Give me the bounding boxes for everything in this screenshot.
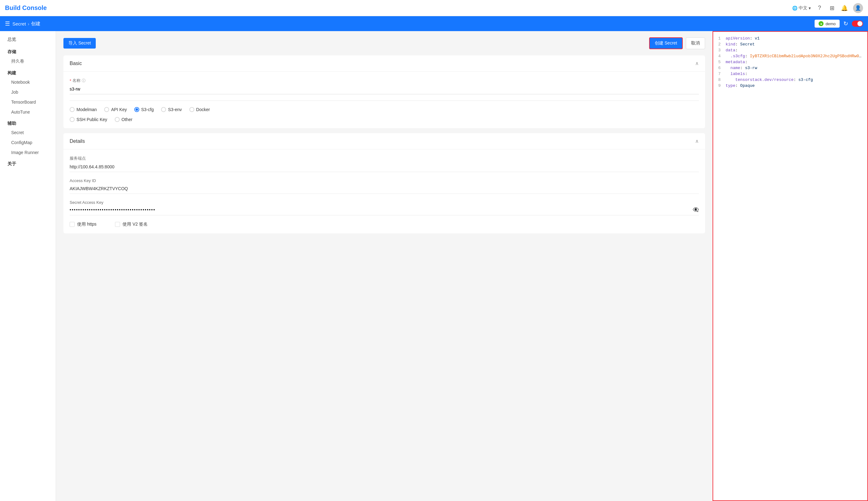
- toggle-visibility-icon[interactable]: 👁️‍🗨️: [693, 206, 699, 213]
- sidebar-group-auxiliary: 辅助: [0, 117, 56, 128]
- sidebar-item-pvc[interactable]: 持久卷: [0, 56, 56, 67]
- sidebar-item-autotune[interactable]: AutoTune: [0, 107, 56, 117]
- details-section-title: Details: [70, 138, 85, 144]
- radio-circle-ssh: [70, 117, 75, 122]
- name-input[interactable]: [70, 85, 699, 94]
- checkbox-v2[interactable]: 使用 V2 签名: [115, 222, 148, 227]
- radio-s3cfg[interactable]: S3-cfg: [134, 107, 154, 112]
- breadcrumb-create: 创建: [31, 21, 41, 27]
- demo-badge[interactable]: ● demo: [814, 20, 840, 28]
- status-toggle[interactable]: [852, 21, 863, 27]
- demo-status-dot: ●: [818, 21, 824, 26]
- details-section-card: Details ∧ 服务端点 http://100.64.4.85:8000 A…: [63, 133, 705, 233]
- secret-access-key-row: 👁️‍🗨️: [70, 206, 699, 215]
- radio-sshpublickey[interactable]: SSH Public Key: [70, 117, 107, 122]
- top-header: Build Console 🌐 中文 ▾ ? ⊞ 🔔 👤: [0, 0, 868, 16]
- button-group: 创建 Secret 取消: [649, 38, 705, 49]
- import-secret-button[interactable]: 导入 Secret: [63, 38, 96, 49]
- checkbox-https-label: 使用 https: [77, 222, 96, 227]
- help-icon[interactable]: ?: [816, 4, 823, 12]
- breadcrumb-secret[interactable]: Secret: [12, 21, 26, 26]
- create-secret-button[interactable]: 创建 Secret: [649, 38, 683, 49]
- checkbox-row: 使用 https 使用 V2 签名: [70, 222, 699, 227]
- basic-section-body: * 名称 ⓘ Modelman: [63, 72, 705, 128]
- radio-other[interactable]: Other: [115, 117, 132, 122]
- avatar[interactable]: 👤: [853, 3, 863, 13]
- radio-circle-s3env: [161, 107, 166, 112]
- info-icon[interactable]: ⓘ: [82, 78, 86, 83]
- checkbox-v2-box: [115, 222, 120, 227]
- checkbox-v2-label: 使用 V2 签名: [122, 222, 148, 227]
- sidebar-item-overview[interactable]: 总览: [0, 34, 56, 45]
- form-actions: 导入 Secret 创建 Secret 取消: [63, 38, 705, 49]
- code-line-3: 3 data:: [713, 47, 867, 53]
- code-line-4: 4 .s3cfg: IyBTZXR1cCBlbmRwb2ludApob3N0X2…: [713, 53, 867, 59]
- sidebar: 总览 存储 持久卷 构建 Notebook Job TensorBoard Au…: [0, 31, 56, 501]
- checkbox-https[interactable]: 使用 https: [70, 222, 96, 227]
- menu-icon[interactable]: ☰: [5, 20, 10, 27]
- basic-section-title: Basic: [70, 61, 82, 66]
- breadcrumb-sep: ›: [28, 21, 29, 26]
- sidebar-item-notebook[interactable]: Notebook: [0, 77, 56, 87]
- bell-icon[interactable]: 🔔: [840, 4, 848, 12]
- radio-s3env[interactable]: S3-env: [161, 107, 182, 112]
- code-line-5: 5 metadata:: [713, 59, 867, 65]
- radio-circle-other: [115, 117, 120, 122]
- lang-switcher[interactable]: 🌐 中文 ▾: [792, 5, 811, 11]
- lang-label: 中文: [799, 5, 807, 11]
- sidebar-item-tensorboard[interactable]: TensorBoard: [0, 97, 56, 107]
- nav-bar: ☰ Secret › 创建 ● demo ↻: [0, 16, 868, 31]
- secret-access-key-label: Secret Access Key: [70, 200, 699, 205]
- checkbox-https-box: [70, 222, 75, 227]
- details-section-body: 服务端点 http://100.64.4.85:8000 Access Key …: [63, 149, 705, 233]
- code-line-8: 8 tensorstack.dev/resource: s3-cfg: [713, 77, 867, 83]
- radio-circle-s3cfg: [134, 107, 139, 112]
- header-right: 🌐 中文 ▾ ? ⊞ 🔔 👤: [792, 3, 863, 13]
- details-section-header: Details ∧: [63, 133, 705, 149]
- lang-icon: 🌐: [792, 6, 798, 11]
- sidebar-item-secret[interactable]: Secret: [0, 128, 56, 138]
- code-line-9: 9 type: Opaque: [713, 83, 867, 89]
- radio-circle-apikey: [104, 107, 109, 112]
- demo-label: demo: [825, 21, 836, 26]
- radio-circle-modelman: [70, 107, 75, 112]
- divider: [70, 100, 699, 101]
- sidebar-group-about: 关于: [0, 158, 56, 168]
- radio-docker[interactable]: Docker: [189, 107, 210, 112]
- nav-left: ☰ Secret › 创建: [5, 20, 41, 27]
- grid-icon[interactable]: ⊞: [828, 4, 836, 12]
- basic-section-header: Basic ∧: [63, 55, 705, 72]
- radio-modelman[interactable]: Modelman: [70, 107, 97, 112]
- refresh-icon[interactable]: ↻: [844, 20, 848, 27]
- form-panel: 导入 Secret 创建 Secret 取消 Basic ∧ * 名称: [56, 31, 713, 501]
- sidebar-group-build: 构建: [0, 67, 56, 77]
- code-panel: 1 apiVersion: v1 2 kind: Secret 3 data: …: [713, 31, 868, 501]
- cancel-button[interactable]: 取消: [686, 38, 705, 49]
- access-key-id-value: AKIAJWBW4KZRKZTVYCOQ: [70, 185, 699, 194]
- service-endpoint-label: 服务端点: [70, 156, 699, 161]
- chevron-down-icon: ▾: [809, 6, 811, 11]
- sidebar-item-configmap[interactable]: ConfigMap: [0, 138, 56, 148]
- secret-access-key-input[interactable]: [70, 207, 693, 212]
- sidebar-item-imagerunner[interactable]: Image Runner: [0, 148, 56, 158]
- service-endpoint-value: http://100.64.4.85:8000: [70, 163, 699, 172]
- app-title[interactable]: Build Console: [5, 4, 47, 11]
- name-field: * 名称 ⓘ: [70, 78, 699, 94]
- collapse-icon-details[interactable]: ∧: [695, 138, 699, 144]
- access-key-id-field: Access Key ID AKIAJWBW4KZRKZTVYCOQ: [70, 178, 699, 194]
- code-line-2: 2 kind: Secret: [713, 41, 867, 47]
- radio-apikey[interactable]: API Key: [104, 107, 127, 112]
- breadcrumb: Secret › 创建: [12, 21, 41, 27]
- code-line-1: 1 apiVersion: v1: [713, 35, 867, 41]
- service-endpoint-field: 服务端点 http://100.64.4.85:8000: [70, 156, 699, 172]
- basic-section-card: Basic ∧ * 名称 ⓘ: [63, 55, 705, 128]
- collapse-icon[interactable]: ∧: [695, 60, 699, 66]
- required-star: *: [70, 78, 71, 83]
- radio-circle-docker: [189, 107, 194, 112]
- content-area: 导入 Secret 创建 Secret 取消 Basic ∧ * 名称: [56, 31, 868, 501]
- code-lines: 1 apiVersion: v1 2 kind: Secret 3 data: …: [713, 32, 867, 93]
- code-line-7: 7 labels:: [713, 71, 867, 77]
- secret-access-key-field: Secret Access Key 👁️‍🗨️: [70, 200, 699, 215]
- radio-group: Modelman API Key S3-cfg S3-env: [70, 107, 699, 112]
- sidebar-item-job[interactable]: Job: [0, 87, 56, 97]
